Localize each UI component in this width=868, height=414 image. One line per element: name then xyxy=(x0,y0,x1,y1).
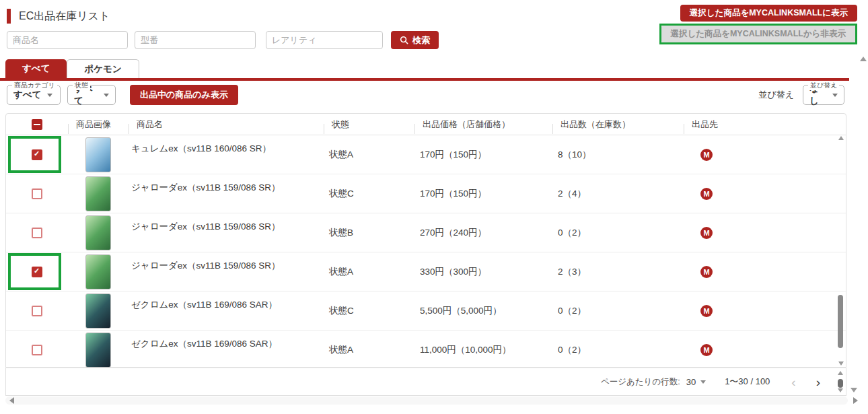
caret-down-icon xyxy=(47,94,52,97)
condition-value: 状態A xyxy=(324,331,414,370)
next-page-button[interactable]: › xyxy=(815,376,822,388)
horizontal-scrollbar[interactable] xyxy=(5,396,848,405)
caret-down-icon xyxy=(700,380,706,384)
table-row: ゼクロムex（sv11B 169/086 SAR） 状態C 5,500円（5,0… xyxy=(6,291,846,331)
caret-down-icon xyxy=(104,94,109,97)
product-name: ジャローダex（sv11B 159/086 SR） xyxy=(129,213,324,252)
row-select-cell xyxy=(6,213,68,252)
destination-cell: M xyxy=(684,174,846,213)
category-select[interactable]: 商品カテゴリ すべて xyxy=(7,85,61,105)
card-image xyxy=(85,137,111,172)
destination-cell: M xyxy=(684,213,846,252)
search-button[interactable]: 検索 xyxy=(391,31,439,49)
scroll-up-icon[interactable] xyxy=(838,136,844,140)
caret-down-icon xyxy=(832,94,838,97)
product-image-cell xyxy=(68,213,129,252)
page-scroll-down-icon[interactable] xyxy=(851,388,857,392)
scroll-up-icon[interactable] xyxy=(838,371,843,375)
table-row: キュレムex（sv11B 160/086 SR） 状態A 170円（150円） … xyxy=(6,135,846,174)
row-checkbox[interactable] xyxy=(32,188,42,199)
table-row: ジャローダex（sv11B 159/086 SR） 状態C 170円（150円）… xyxy=(6,174,846,213)
search-bar: 検索 xyxy=(7,31,439,49)
destination-cell: M xyxy=(684,135,846,174)
row-checkbox[interactable] xyxy=(32,149,42,160)
col-header-price: 出品価格（店舗価格） xyxy=(414,118,552,131)
mycalinks-icon: M xyxy=(700,344,713,356)
destination-cell: M xyxy=(684,252,846,291)
select-all-checkbox[interactable] xyxy=(32,119,42,130)
condition-select[interactable]: 状態 すべて xyxy=(67,85,116,105)
show-on-mall-button[interactable]: 選択した商品をMYCALINKSMALLに表示 xyxy=(680,5,857,22)
table-scrollbar-thumb[interactable] xyxy=(838,295,843,348)
footer-scrollbar xyxy=(836,371,844,392)
condition-value: 状態C xyxy=(324,291,414,330)
condition-select-label: 状態 xyxy=(73,81,90,90)
page-title-text: EC出品在庫リスト xyxy=(19,9,110,24)
table-body: キュレムex（sv11B 160/086 SR） 状態A 170円（150円） … xyxy=(6,135,846,370)
card-image xyxy=(85,176,111,211)
footer-scrollbar-thumb[interactable] xyxy=(838,379,843,388)
product-name: ジャローダex（sv11B 159/086 SR） xyxy=(129,174,324,213)
product-image-cell xyxy=(68,331,129,370)
col-header-count: 出品数（在庫数） xyxy=(552,118,684,131)
hide-from-mall-button[interactable]: 選択した商品をMYCALINKSMALLから非表示 xyxy=(661,26,855,42)
col-header-destination: 出品先 xyxy=(684,118,846,131)
tab-all[interactable]: すべて xyxy=(5,59,67,78)
listing-only-button[interactable]: 出品中の商品のみ表示 xyxy=(130,85,238,105)
page-range-text: 1〜30 / 100 xyxy=(725,376,770,388)
card-image xyxy=(85,254,111,289)
row-select-cell xyxy=(6,331,68,370)
search-button-label: 検索 xyxy=(412,34,430,46)
mycalinks-icon: M xyxy=(700,227,713,239)
condition-value: 状態B xyxy=(324,213,414,252)
sort-select-label: 並び替え xyxy=(808,81,839,90)
scroll-down-icon[interactable] xyxy=(838,361,844,366)
prev-page-button[interactable]: ‹ xyxy=(790,376,797,388)
row-select-cell xyxy=(6,174,68,213)
price-value: 170円（150円） xyxy=(414,174,552,213)
destination-cell: M xyxy=(684,291,846,330)
condition-value: 状態A xyxy=(324,252,414,291)
model-number-input[interactable] xyxy=(135,31,256,49)
rarity-input[interactable] xyxy=(266,31,383,49)
page-scroll-left-icon[interactable] xyxy=(9,397,14,404)
price-value: 270円（240円） xyxy=(414,213,552,252)
scroll-down-icon[interactable] xyxy=(838,388,843,392)
sort-label-text: 並び替え xyxy=(758,89,794,101)
category-select-value: すべて xyxy=(13,89,41,101)
count-value: 0（2） xyxy=(552,331,684,370)
mycalinks-icon: M xyxy=(700,188,713,200)
title-accent-bar xyxy=(7,9,11,24)
count-value: 2（4） xyxy=(552,174,684,213)
row-checkbox[interactable] xyxy=(32,306,42,316)
rows-per-page-select[interactable]: 30 xyxy=(686,377,706,387)
product-name: ゼクロムex（sv11B 169/086 SAR） xyxy=(129,331,324,370)
card-image xyxy=(85,215,111,250)
count-value: 8（10） xyxy=(552,135,684,174)
product-name-input[interactable] xyxy=(7,31,128,49)
table-row: ゼクロムex（sv11B 169/086 SAR） 状態A 11,000円（10… xyxy=(6,331,846,370)
page-scroll-right-icon[interactable] xyxy=(853,397,858,404)
product-name: ゼクロムex（sv11B 169/086 SAR） xyxy=(129,291,324,330)
card-image xyxy=(85,333,111,368)
row-select-cell xyxy=(6,291,68,330)
product-name: ジャローダex（sv11B 159/086 SR） xyxy=(129,252,324,291)
sort-select[interactable]: 並び替え なし xyxy=(803,85,844,105)
inventory-table: 商品画像 商品名 状態 出品価格（店舗価格） 出品数（在庫数） 出品先 キュレム… xyxy=(5,113,846,368)
count-value: 0（2） xyxy=(552,213,684,252)
table-scrollbar xyxy=(837,136,845,366)
count-value: 0（2） xyxy=(552,291,684,330)
page-scroll-up-icon[interactable] xyxy=(860,57,867,61)
col-header-condition: 状態 xyxy=(324,118,414,131)
col-header-image: 商品画像 xyxy=(68,118,129,131)
tab-pokemon[interactable]: ポケモン xyxy=(67,59,139,78)
condition-value: 状態A xyxy=(324,135,414,174)
tab-underline-bar xyxy=(0,78,849,81)
mycalinks-icon: M xyxy=(700,305,713,317)
filter-bar: 商品カテゴリ すべて 状態 すべて 出品中の商品のみ表示 xyxy=(7,85,238,105)
row-checkbox[interactable] xyxy=(32,228,42,238)
table-header-row: 商品画像 商品名 状態 出品価格（店舗価格） 出品数（在庫数） 出品先 xyxy=(6,114,846,135)
row-checkbox[interactable] xyxy=(32,345,42,355)
pagination-bar: ページあたりの行数: 30 1〜30 / 100 ‹ › xyxy=(5,368,846,396)
row-checkbox[interactable] xyxy=(32,267,42,277)
